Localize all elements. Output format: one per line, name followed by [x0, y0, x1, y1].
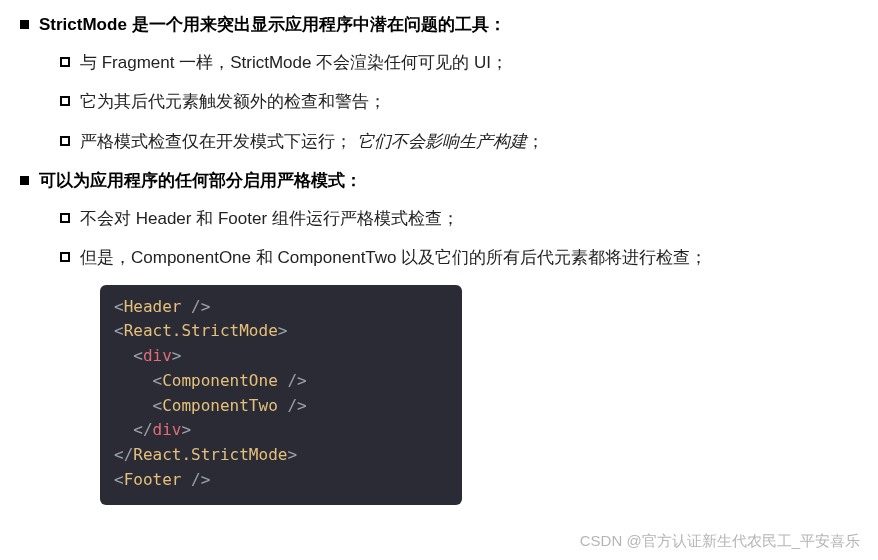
list-item: 不会对 Header 和 Footer 组件运行严格模式检查；: [60, 206, 858, 232]
hollow-square-icon: [60, 252, 70, 262]
code-line: <div>: [114, 344, 448, 369]
item-text: 严格模式检查仅在开发模式下运行； 它们不会影响生产构建；: [80, 129, 544, 155]
code-token: <: [114, 321, 124, 340]
list-item: 严格模式检查仅在开发模式下运行； 它们不会影响生产构建；: [60, 129, 858, 155]
code-line: </React.StrictMode>: [114, 443, 448, 468]
list-item: 它为其后代元素触发额外的检查和警告；: [60, 89, 858, 115]
watermark-text: CSDN @官方认证新生代农民工_平安喜乐: [580, 530, 860, 553]
code-token: ComponentOne: [162, 371, 278, 390]
heading-text: 可以为应用程序的任何部分启用严格模式：: [39, 168, 362, 194]
item-text: 不会对 Header 和 Footer 组件运行严格模式检查；: [80, 206, 459, 232]
code-block: <Header /><React.StrictMode> <div> <Comp…: [100, 285, 462, 505]
code-token: <: [114, 297, 124, 316]
code-token: div: [143, 346, 172, 365]
section-2-items: 不会对 Header 和 Footer 组件运行严格模式检查； 但是，Compo…: [60, 206, 858, 271]
hollow-square-icon: [60, 213, 70, 223]
code-line: </div>: [114, 418, 448, 443]
item-text: 与 Fragment 一样，StrictMode 不会渲染任何可见的 UI；: [80, 50, 508, 76]
code-token: >: [181, 420, 191, 439]
item-text: 它为其后代元素触发额外的检查和警告；: [80, 89, 386, 115]
code-token: <: [114, 371, 162, 390]
code-token: />: [181, 470, 210, 489]
item-text-tail: ；: [527, 132, 544, 151]
code-token: Footer: [124, 470, 182, 489]
square-bullet-icon: [20, 176, 29, 185]
code-token: ComponentTwo: [162, 396, 278, 415]
section-1-heading: StrictMode 是一个用来突出显示应用程序中潜在问题的工具：: [20, 12, 858, 38]
code-token: </: [114, 445, 133, 464]
heading-text: StrictMode 是一个用来突出显示应用程序中潜在问题的工具：: [39, 12, 506, 38]
code-token: <: [114, 346, 143, 365]
section-1-items: 与 Fragment 一样，StrictMode 不会渲染任何可见的 UI； 它…: [60, 50, 858, 155]
code-line: <ComponentOne />: [114, 369, 448, 394]
code-token: >: [172, 346, 182, 365]
code-token: </: [114, 420, 153, 439]
square-bullet-icon: [20, 20, 29, 29]
code-line: <React.StrictMode>: [114, 319, 448, 344]
section-2-heading: 可以为应用程序的任何部分启用严格模式：: [20, 168, 858, 194]
code-token: React.StrictMode: [133, 445, 287, 464]
list-item: 但是，ComponentOne 和 ComponentTwo 以及它们的所有后代…: [60, 245, 858, 271]
hollow-square-icon: [60, 136, 70, 146]
code-line: <Footer />: [114, 468, 448, 493]
code-token: >: [278, 321, 288, 340]
item-text-plain: 严格模式检查仅在开发模式下运行；: [80, 132, 352, 151]
item-text: 但是，ComponentOne 和 ComponentTwo 以及它们的所有后代…: [80, 245, 707, 271]
code-line: <ComponentTwo />: [114, 394, 448, 419]
hollow-square-icon: [60, 57, 70, 67]
document-root: StrictMode 是一个用来突出显示应用程序中潜在问题的工具： 与 Frag…: [20, 12, 858, 271]
item-text-italic: 它们不会影响生产构建: [357, 132, 527, 151]
code-token: />: [181, 297, 210, 316]
code-token: <: [114, 396, 162, 415]
code-token: />: [278, 396, 307, 415]
code-line: <Header />: [114, 295, 448, 320]
code-token: Header: [124, 297, 182, 316]
code-token: <: [114, 470, 124, 489]
hollow-square-icon: [60, 96, 70, 106]
code-token: />: [278, 371, 307, 390]
code-token: div: [153, 420, 182, 439]
list-item: 与 Fragment 一样，StrictMode 不会渲染任何可见的 UI；: [60, 50, 858, 76]
code-token: React.StrictMode: [124, 321, 278, 340]
code-token: >: [287, 445, 297, 464]
